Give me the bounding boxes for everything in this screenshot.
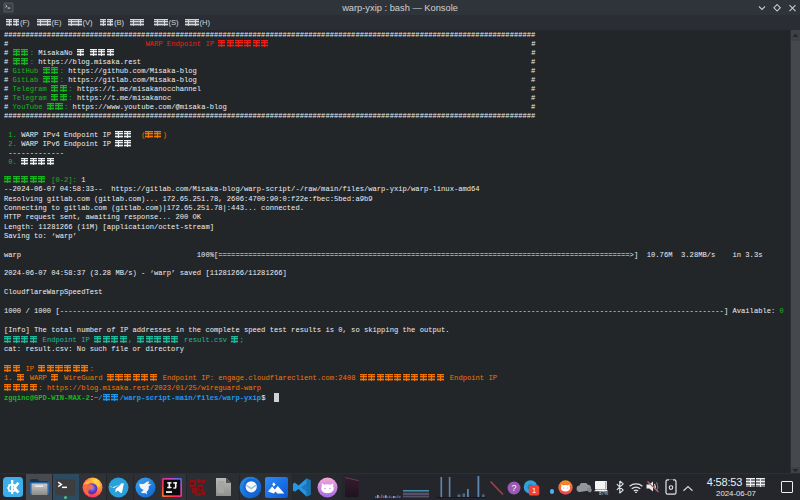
svg-text:1: 1 (532, 486, 536, 495)
svg-text:87%: 87% (599, 491, 608, 495)
svg-text:?: ? (511, 483, 516, 493)
